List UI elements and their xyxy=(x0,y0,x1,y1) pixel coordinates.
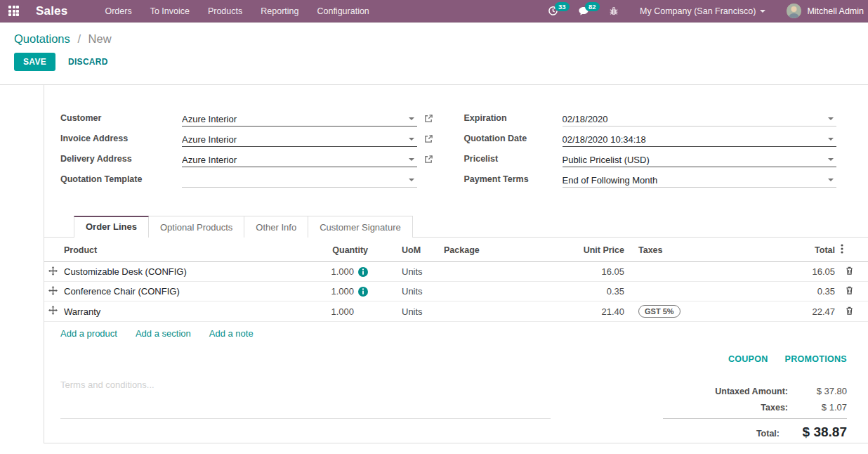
menu-item-products[interactable]: Products xyxy=(199,0,251,22)
package-cell[interactable] xyxy=(441,301,578,322)
terms-underline xyxy=(60,418,551,419)
quantity-cell[interactable]: 1.000 xyxy=(290,282,371,301)
quantity-cell[interactable]: 1.000 xyxy=(290,301,371,322)
col-product: Product xyxy=(61,238,290,262)
table-row: Customizable Desk (CONFIG) 1.000 Units 1… xyxy=(44,262,868,282)
forecast-info-icon[interactable] xyxy=(358,267,368,277)
invoice-address-external-link-icon[interactable] xyxy=(424,132,433,145)
apps-grid-icon[interactable] xyxy=(8,6,19,16)
top-navbar: Sales Orders To Invoice Products Reporti… xyxy=(0,0,868,22)
breadcrumb-quotations-link[interactable]: Quotations xyxy=(14,32,70,45)
discard-button[interactable]: DISCARD xyxy=(68,57,108,67)
product-cell[interactable]: Conference Chair (CONFIG) xyxy=(61,282,290,301)
col-uom: UoM xyxy=(371,238,441,262)
total-row: Total: $ 38.87 xyxy=(663,419,847,443)
customer-external-link-icon[interactable] xyxy=(424,112,433,125)
col-unit-price: Unit Price xyxy=(578,238,627,262)
drag-handle-icon[interactable] xyxy=(44,301,61,322)
user-menu[interactable]: Mitchell Admin xyxy=(777,0,868,22)
menu-item-to-invoice[interactable]: To Invoice xyxy=(141,0,199,22)
delivery-address-input[interactable]: Azure Interior xyxy=(182,153,417,167)
menu-item-reporting[interactable]: Reporting xyxy=(251,0,308,22)
taxes-cell[interactable] xyxy=(627,262,754,282)
drag-handle-icon[interactable] xyxy=(44,262,61,282)
tax-badge[interactable]: GST 5% xyxy=(638,305,680,318)
unit-price-cell[interactable]: 21.40 xyxy=(578,301,627,322)
coupon-button[interactable]: COUPON xyxy=(728,353,768,365)
promotions-button[interactable]: PROMOTIONS xyxy=(785,353,847,365)
app-name[interactable]: Sales xyxy=(36,4,67,18)
user-name: Mitchell Admin xyxy=(807,6,864,16)
add-a-section-link[interactable]: Add a section xyxy=(136,328,191,339)
field-customer: Customer Azure Interior xyxy=(60,112,433,132)
sheet-footer: Terms and conditions... COUPON PROMOTION… xyxy=(44,353,868,443)
taxes-cell[interactable]: GST 5% xyxy=(627,301,754,322)
payment-terms-input[interactable]: End of Following Month xyxy=(563,173,837,188)
total-label: Total: xyxy=(756,429,780,439)
delete-row-icon[interactable] xyxy=(838,282,868,301)
tab-customer-signature[interactable]: Customer Signature xyxy=(308,216,413,238)
tab-order-lines[interactable]: Order Lines xyxy=(74,216,149,238)
product-cell[interactable]: Warranty xyxy=(61,301,290,322)
package-cell[interactable] xyxy=(441,262,578,282)
forecast-info-icon[interactable] xyxy=(358,287,368,297)
pricelist-dropdown-caret-icon[interactable] xyxy=(828,158,834,161)
save-button[interactable]: SAVE xyxy=(14,53,55,71)
total-cell: 22.47 xyxy=(754,301,838,322)
menu-item-orders[interactable]: Orders xyxy=(96,0,140,22)
delivery-address-external-link-icon[interactable] xyxy=(424,153,433,166)
quantity-cell[interactable]: 1.000 xyxy=(290,262,371,282)
quotation-template-dropdown-caret-icon[interactable] xyxy=(409,179,414,181)
delete-row-icon[interactable] xyxy=(838,262,868,282)
tab-optional-products[interactable]: Optional Products xyxy=(148,216,244,238)
company-switcher[interactable]: My Company (San Francisco) xyxy=(629,0,777,22)
taxes-row: Taxes: $ 1.07 xyxy=(663,399,847,415)
customer-input[interactable]: Azure Interior xyxy=(182,112,417,127)
package-cell[interactable] xyxy=(441,282,578,301)
pricelist-label: Pricelist xyxy=(464,153,563,164)
quotation-template-input[interactable] xyxy=(182,173,417,188)
taxes-value: $ 1.07 xyxy=(788,402,847,413)
activity-menu[interactable]: 33 xyxy=(538,0,568,22)
quotation-date-dropdown-caret-icon[interactable] xyxy=(828,138,834,141)
breadcrumb-current: New xyxy=(88,32,112,45)
invoice-address-dropdown-caret-icon[interactable] xyxy=(409,138,414,141)
chevron-down-icon xyxy=(760,10,765,13)
total-cell: 0.35 xyxy=(754,282,838,301)
add-a-product-link[interactable]: Add a product xyxy=(60,328,117,339)
uom-cell[interactable]: Units xyxy=(371,282,441,301)
untaxed-amount-value: $ 37.80 xyxy=(788,386,847,396)
main-menu: Orders To Invoice Products Reporting Con… xyxy=(96,0,378,22)
unit-price-cell[interactable]: 16.05 xyxy=(578,262,627,282)
expiration-label: Expiration xyxy=(464,112,563,123)
debug-menu[interactable] xyxy=(599,0,629,22)
col-quantity: Quantity xyxy=(290,238,371,262)
expiration-dropdown-caret-icon[interactable] xyxy=(828,117,834,120)
menu-item-configuration[interactable]: Configuration xyxy=(308,0,378,22)
pricelist-input[interactable]: Public Pricelist (USD) xyxy=(563,153,837,167)
field-quotation-template: Quotation Template xyxy=(60,173,433,193)
taxes-cell[interactable] xyxy=(627,282,754,301)
payment-terms-dropdown-caret-icon[interactable] xyxy=(828,179,834,181)
customer-label: Customer xyxy=(60,112,182,123)
terms-and-conditions-field[interactable]: Terms and conditions... xyxy=(60,380,551,443)
customer-dropdown-caret-icon[interactable] xyxy=(409,117,414,120)
uom-cell[interactable]: Units xyxy=(371,301,441,322)
optional-columns-icon[interactable] xyxy=(838,238,868,262)
payment-terms-label: Payment Terms xyxy=(464,173,563,184)
invoice-address-input[interactable]: Azure Interior xyxy=(182,132,417,147)
delivery-address-dropdown-caret-icon[interactable] xyxy=(409,158,414,161)
promo-buttons: COUPON PROMOTIONS xyxy=(663,353,847,365)
quotation-sheet: Customer Azure Interior Invoice Address xyxy=(44,85,868,443)
tab-other-info[interactable]: Other Info xyxy=(244,216,308,238)
expiration-input[interactable]: 02/18/2020 xyxy=(563,112,837,127)
drag-handle-icon[interactable] xyxy=(44,282,61,301)
messages-menu[interactable]: 82 xyxy=(568,0,599,22)
quotation-date-input[interactable]: 02/18/2020 10:34:18 xyxy=(563,132,837,147)
field-quotation-date: Quotation Date 02/18/2020 10:34:18 xyxy=(464,132,837,153)
delete-row-icon[interactable] xyxy=(838,301,868,322)
add-a-note-link[interactable]: Add a note xyxy=(209,328,254,339)
unit-price-cell[interactable]: 0.35 xyxy=(578,282,627,301)
uom-cell[interactable]: Units xyxy=(371,262,441,282)
product-cell[interactable]: Customizable Desk (CONFIG) xyxy=(61,262,290,282)
